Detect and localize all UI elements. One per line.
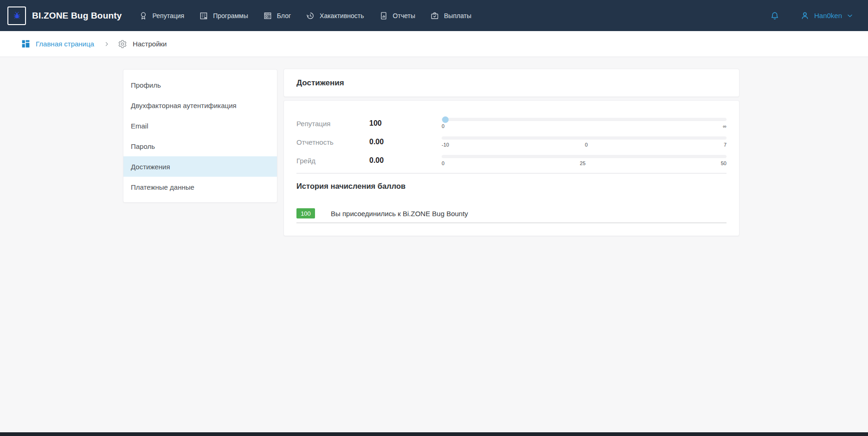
slider-min-label: -10: [442, 142, 449, 147]
settings-page: Профиль Двухфакторная аутентификация Ema…: [0, 58, 868, 432]
slider-track[interactable]: [442, 118, 727, 121]
metric-row-reputation: Репутация 100 0 ∞: [296, 114, 727, 133]
payout-icon: [430, 11, 439, 20]
nav-item-payouts[interactable]: Выплаты: [430, 11, 471, 20]
notifications-bell-icon[interactable]: [770, 11, 780, 21]
breadcrumb-home-link[interactable]: Главная страница: [21, 39, 94, 49]
sidebar-item-2fa[interactable]: Двухфакторная аутентификация: [123, 95, 277, 115]
sidebar-item-label: Двухфакторная аутентификация: [131, 102, 237, 109]
sidebar-item-payment-data[interactable]: Платежные данные: [123, 177, 277, 197]
gear-icon: [118, 39, 127, 49]
slider-track[interactable]: [442, 155, 727, 158]
metric-value: 100: [369, 119, 442, 128]
slider-min-label: 0: [442, 124, 444, 129]
history-icon: [306, 11, 315, 20]
metric-row-reporting: Отчетность 0.00 -10 0 7: [296, 133, 727, 151]
top-navbar: BI.ZONE Bug Bounty Репутация Программы: [0, 0, 868, 31]
medal-icon: [139, 11, 148, 20]
slider-track[interactable]: [442, 136, 727, 140]
section-divider: [296, 173, 727, 173]
building-icon: [199, 11, 208, 20]
user-menu[interactable]: Han0ken: [800, 11, 854, 21]
navbar-right: Han0ken: [770, 11, 854, 21]
brand-logo[interactable]: BI.ZONE Bug Bounty: [7, 6, 122, 25]
chevron-down-icon: [846, 12, 854, 19]
history-section-title: История начисления баллов: [296, 182, 727, 191]
nav-item-label: Хакактивность: [320, 12, 364, 19]
slider-max-label: 50: [721, 161, 727, 166]
metric-label: Репутация: [296, 120, 369, 128]
achievements-panel: Достижения Репутация 100 0 ∞: [283, 69, 739, 236]
points-badge: 100: [296, 208, 315, 218]
achievements-header-card: Достижения: [283, 69, 739, 97]
history-entry-text: Вы присоединились к Bi.ZONE Bug Bounty: [331, 210, 468, 218]
metric-row-grade: Грейд 0.00 0 25 50: [296, 151, 727, 170]
reputation-slider: 0 ∞: [442, 118, 727, 129]
nav-item-label: Программы: [213, 12, 248, 19]
slider-handle[interactable]: [442, 116, 449, 123]
history-entry: 100 Вы присоединились к Bi.ZONE Bug Boun…: [296, 208, 727, 223]
dashboard-icon: [21, 39, 31, 49]
chevron-right-icon: [104, 41, 109, 47]
sidebar-item-achievements[interactable]: Достижения: [123, 156, 277, 177]
sidebar-item-password[interactable]: Пароль: [123, 136, 277, 156]
nav-item-hacktivity[interactable]: Хакактивность: [306, 11, 364, 20]
page-title: Достижения: [296, 78, 344, 88]
achievements-body-card: Репутация 100 0 ∞ Отчетность 0.00: [283, 100, 739, 236]
slider-scale: 0 25 50: [442, 161, 727, 166]
slider-max-label: 7: [724, 142, 727, 147]
slider-mid-label: 0: [585, 142, 588, 147]
nav-item-reports[interactable]: Отчеты: [379, 11, 415, 20]
metric-label: Отчетность: [296, 138, 369, 146]
slider-max-label: ∞: [723, 124, 727, 129]
taskbar-edge: [0, 432, 868, 436]
sidebar-item-email[interactable]: Email: [123, 115, 277, 136]
settings-sidebar: Профиль Двухфакторная аутентификация Ema…: [123, 69, 277, 203]
brand-title: BI.ZONE Bug Bounty: [32, 11, 122, 21]
breadcrumb: Главная страница Настройки: [0, 31, 868, 57]
reporting-slider: -10 0 7: [442, 136, 727, 147]
metric-value: 0.00: [369, 138, 442, 146]
bizone-logo-icon: [7, 6, 26, 25]
sidebar-item-label: Пароль: [131, 142, 155, 150]
sidebar-item-profile[interactable]: Профиль: [123, 75, 277, 95]
user-icon: [800, 11, 810, 21]
nav-item-label: Блог: [277, 12, 291, 19]
newspaper-icon: [263, 11, 272, 20]
nav-item-programs[interactable]: Программы: [199, 11, 248, 20]
slider-min-label: 0: [442, 161, 444, 166]
metric-label: Грейд: [296, 157, 369, 165]
slider-scale: 0 ∞: [442, 124, 727, 129]
slider-mid-label: 25: [580, 161, 585, 166]
nav-item-label: Отчеты: [393, 12, 415, 19]
metric-value: 0.00: [369, 156, 442, 165]
nav-item-reputation[interactable]: Репутация: [139, 11, 185, 20]
grade-slider: 0 25 50: [442, 155, 727, 166]
main-navigation: Репутация Программы: [139, 11, 472, 20]
breadcrumb-home-label: Главная страница: [36, 40, 94, 48]
sidebar-item-label: Платежные данные: [131, 183, 194, 191]
nav-item-blog[interactable]: Блог: [263, 11, 291, 20]
sidebar-item-label: Профиль: [131, 81, 161, 89]
sidebar-item-label: Достижения: [131, 163, 170, 171]
breadcrumb-current: Настройки: [118, 39, 167, 49]
slider-scale: -10 0 7: [442, 142, 727, 147]
nav-item-label: Репутация: [153, 12, 185, 19]
breadcrumb-current-label: Настройки: [133, 40, 167, 48]
username: Han0ken: [814, 12, 842, 19]
sidebar-item-label: Email: [131, 122, 148, 130]
nav-item-label: Выплаты: [444, 12, 471, 19]
report-icon: [379, 11, 388, 20]
